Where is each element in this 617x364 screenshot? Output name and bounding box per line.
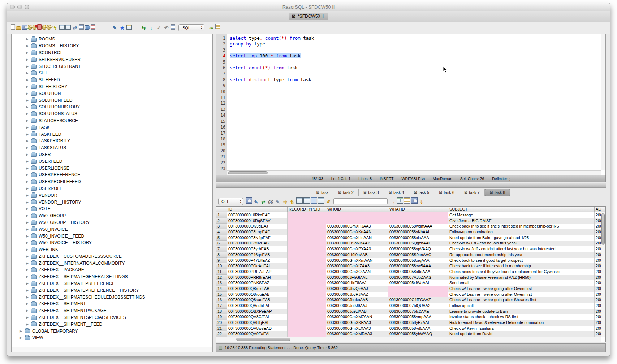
tree-item-w50-invoice-history[interactable]: ▶W50_INVOICE__HISTORY xyxy=(12,239,212,246)
tree-item-zkfedex-shipment-feed[interactable]: ▶ZKFEDEX__SHIPMENT__FEED xyxy=(12,321,212,328)
tree-item-solutionfeed[interactable]: ▶SOLUTIONFEED xyxy=(12,97,212,104)
tab-close-icon[interactable]: ⊠ xyxy=(316,190,319,194)
cell-subject[interactable]: Need update from David xyxy=(448,331,595,337)
row-detail-icon[interactable]: ⇉ xyxy=(282,199,288,205)
expand-arrow-icon[interactable]: ▶ xyxy=(26,207,29,211)
expand-arrow-icon[interactable]: ▶ xyxy=(26,268,29,272)
minimize-window-button[interactable] xyxy=(17,5,22,9)
cell-id[interactable]: 00T3000000P46qnEAB xyxy=(227,252,288,258)
tree-item-userprofilefeed[interactable]: ▶USERPROFILEFEED xyxy=(12,178,212,185)
cell-whatid[interactable]: 006300000058yKhAAI xyxy=(388,229,448,235)
cell-recordtypeid[interactable] xyxy=(288,280,326,286)
expand-arrow-icon[interactable]: ▶ xyxy=(20,329,23,333)
code-line[interactable] xyxy=(230,148,605,154)
tree-item-zkfedex-shipmentspecialservices[interactable]: ▶ZKFEDEX__SHIPMENTSPECIALSERVICES xyxy=(12,314,212,321)
cell-id[interactable]: 00T3000000P47LYEAZ xyxy=(227,258,288,264)
expand-arrow-icon[interactable]: ▶ xyxy=(26,58,29,61)
cell-id[interactable]: 00T3000000QV8wsEAD xyxy=(227,326,288,332)
column-header-recordtypeid[interactable]: RECORDTYPEID xyxy=(288,207,326,212)
refresh-results-icon[interactable]: ⇄ xyxy=(260,199,267,205)
row-number-cell[interactable]: 11 xyxy=(216,269,227,275)
rollback-icon[interactable]: ↶ xyxy=(163,25,170,31)
row-number-cell[interactable]: 13 xyxy=(216,280,227,286)
tree-item-sitehistory[interactable]: ▶SITEHISTORY xyxy=(12,83,212,90)
tree-item-solutionstatus[interactable]: ▶SOLUTIONSTATUS xyxy=(12,110,212,117)
cell-subject[interactable]: Leanne to provide update to Bain xyxy=(448,309,595,315)
tree-item-w50-invoice[interactable]: ▶W50_INVOICE xyxy=(12,226,212,233)
tab-close-icon[interactable]: ⊠ xyxy=(414,190,417,194)
code-line[interactable]: select top 100 * from task xyxy=(230,53,605,59)
expand-arrow-icon[interactable]: ▶ xyxy=(26,241,29,244)
tree-item-user[interactable]: ▶USER xyxy=(12,151,212,158)
cell-whatid[interactable]: 006300000058yPzAAI xyxy=(388,320,448,326)
tree-item-userpreference[interactable]: ▶USERPREFERENCE xyxy=(12,172,212,178)
cell-whatid[interactable] xyxy=(388,286,448,292)
cell-whatid[interactable]: 006300000058x9qAAA xyxy=(388,269,448,275)
expand-arrow-icon[interactable]: ▶ xyxy=(26,316,29,319)
expand-arrow-icon[interactable]: ▶ xyxy=(26,282,29,285)
explain-plan-icon[interactable]: 66 xyxy=(208,25,215,32)
tree-item-zkfedex-shipment[interactable]: ▶ZKFEDEX__SHIPMENT xyxy=(12,300,212,307)
expand-arrow-icon[interactable]: ▶ xyxy=(26,126,29,129)
cell-whoid[interactable]: 0033000000GmXHnAAN xyxy=(326,235,388,241)
cell-whatid[interactable] xyxy=(388,292,448,298)
cell-whatid[interactable]: 006300000058wgmAAA xyxy=(388,224,448,229)
find-next-icon[interactable]: → xyxy=(389,199,396,205)
cell-recordtypeid[interactable] xyxy=(288,326,326,332)
tree-item-zkfedex-package[interactable]: ▶ZKFEDEX__PACKAGE xyxy=(12,266,212,273)
cell-subject[interactable]: Get Massage xyxy=(448,212,595,218)
expand-arrow-icon[interactable]: ▶ xyxy=(26,37,29,41)
tree-item-solution[interactable]: ▶SOLUTION xyxy=(12,90,212,97)
sql-code-area[interactable]: select type, count(*) from taskgroup by … xyxy=(227,34,605,175)
connect-icon[interactable] xyxy=(28,25,32,30)
expand-arrow-icon[interactable]: ▶ xyxy=(26,105,29,109)
cell-recordtypeid[interactable] xyxy=(288,258,326,264)
cell-id[interactable]: 00T3000000Q8sauEAB xyxy=(227,297,288,303)
expand-arrow-icon[interactable]: ▶ xyxy=(26,44,29,48)
primary-key-icon[interactable]: ✐ xyxy=(325,199,332,205)
tree-item-w50-group-history[interactable]: ▶W50_GROUP__HISTORY xyxy=(12,219,212,226)
code-line[interactable] xyxy=(230,160,605,166)
result-tab-task-6[interactable]: ⊠task 6 xyxy=(434,189,459,196)
export-data-icon[interactable] xyxy=(65,25,71,30)
zoom-window-button[interactable] xyxy=(25,5,29,9)
expand-arrow-icon[interactable]: ▶ xyxy=(26,160,29,163)
cell-recordtypeid[interactable] xyxy=(288,320,326,326)
query-builder-icon[interactable] xyxy=(126,25,132,30)
tree-item-scontrol[interactable]: ▶SCONTROL xyxy=(12,49,212,56)
cell-whoid[interactable]: 0033000000GmXKnAAN xyxy=(326,229,388,235)
cell-id[interactable]: 00T3000000P3tuvEAB xyxy=(227,240,288,246)
result-tab-task-8[interactable]: ⊠task 8 xyxy=(485,189,510,196)
expand-arrow-icon[interactable]: ▶ xyxy=(26,92,29,95)
tab-close-icon[interactable]: ⊠ xyxy=(389,190,392,194)
tab-close-icon[interactable]: ⊠ xyxy=(490,190,493,194)
generate-sql-icon[interactable] xyxy=(79,24,84,30)
documentation-book-icon[interactable] xyxy=(85,25,90,30)
cell-recordtypeid[interactable] xyxy=(288,275,326,281)
cell-whatid[interactable] xyxy=(388,218,448,224)
cell-whoid[interactable]: 0033000000GmXKPAA3 xyxy=(326,320,388,326)
row-number-cell[interactable]: 9 xyxy=(216,258,227,264)
cell-whoid[interactable]: 0033000000GmXIZAA3 xyxy=(326,263,388,269)
cell-whoid[interactable]: 0033000000GmXM7AAN xyxy=(326,314,388,320)
expand-arrow-icon[interactable]: ▶ xyxy=(26,65,29,68)
cell-id[interactable]: 00T3000000P3N4pEAF xyxy=(227,235,288,241)
cell-whoid[interactable]: 0033000000GmXKmAAN xyxy=(326,258,388,264)
cell-subject[interactable]: Check w/ Kevin Tsujihara xyxy=(448,326,595,332)
tree-item-zkfedex-shipmatepreference[interactable]: ▶ZKFEDEX__SHIPMATEPREFERENCE xyxy=(12,280,212,287)
expand-arrow-icon[interactable]: ▶ xyxy=(26,221,29,224)
code-line[interactable] xyxy=(230,83,605,88)
row-number-cell[interactable]: 19 xyxy=(216,314,227,320)
tree-item-w50-group[interactable]: ▶W50_GROUP xyxy=(12,212,212,219)
column-header-subject[interactable]: SUBJECT xyxy=(448,207,595,212)
cell-id[interactable]: 00T3000000QAeJbEAL xyxy=(227,303,288,309)
cell-id[interactable]: 00T3000000POeAnEAL xyxy=(227,263,288,269)
cell-recordtypeid[interactable] xyxy=(288,303,326,309)
tree-item-userlicense[interactable]: ▶USERLICENSE xyxy=(12,165,212,172)
expand-arrow-icon[interactable]: ▶ xyxy=(26,78,29,82)
cell-subject[interactable]: Check w/ Leanne - we're going after Owen… xyxy=(448,292,595,298)
code-line[interactable] xyxy=(230,154,605,160)
cell-whatid[interactable]: 00630000007A3bZAAS xyxy=(388,275,448,281)
tree-item-vote[interactable]: ▶VOTE xyxy=(12,205,212,212)
row-number-cell[interactable]: 5 xyxy=(216,235,227,241)
